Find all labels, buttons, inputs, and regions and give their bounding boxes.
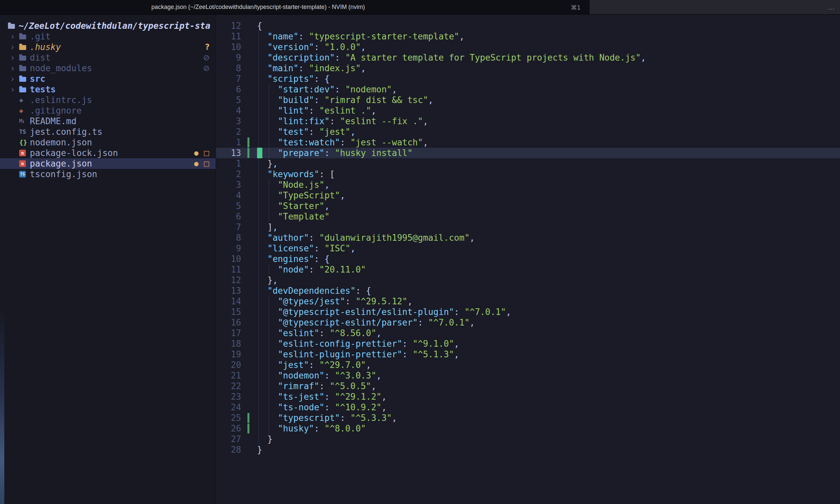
code-line[interactable]: 20 "jest": "^29.7.0", xyxy=(216,360,840,370)
code-line[interactable]: 14 "@types/jest": "^29.5.12", xyxy=(216,296,840,307)
code-line[interactable]: 16 "@typescript-eslint/parser": "^7.0.1"… xyxy=(216,317,840,328)
code-line[interactable]: 17 "eslint": "^8.56.0", xyxy=(216,328,840,338)
code-line[interactable]: 18 "eslint-config-prettier": "^9.1.0", xyxy=(216,338,840,349)
sign-column xyxy=(241,190,257,201)
active-tab[interactable]: package.json (~/ZeeLot/codewithdulan/typ… xyxy=(0,0,589,14)
tree-item-.git[interactable]: ›.git xyxy=(0,31,216,42)
code-line[interactable]: 23 "ts-jest": "^29.1.2", xyxy=(216,391,840,402)
tree-item-package-lock.json[interactable]: npackage-lock.json●□ xyxy=(0,148,216,158)
sign-column xyxy=(241,222,257,232)
tree-item-.gitignore[interactable]: ◆.gitignore xyxy=(0,105,216,116)
sign-column xyxy=(241,317,257,328)
code-line[interactable]: 7 ], xyxy=(216,222,840,232)
code-text: "engines": { xyxy=(257,254,840,264)
code-line[interactable]: 19 "eslint-plugin-prettier": "^5.1.3", xyxy=(216,349,840,360)
chevron-right-icon[interactable]: › xyxy=(10,52,19,63)
tree-item-.husky[interactable]: ›.husky? xyxy=(0,42,216,52)
code-text: "author": "dulanwirajith1995@gmail.com", xyxy=(257,232,840,243)
sign-column xyxy=(241,84,257,95)
code-line[interactable]: 28} xyxy=(216,444,840,455)
tree-item-label: package.json xyxy=(30,158,92,169)
inactive-tab[interactable]: … xyxy=(589,0,840,14)
code-line[interactable]: 11 "node": "20.11.0" xyxy=(216,264,840,275)
code-line[interactable]: 3 "Node.js", xyxy=(216,179,840,190)
chevron-right-icon[interactable]: › xyxy=(10,63,19,73)
code-line[interactable]: 5 "Starter", xyxy=(216,201,840,211)
line-number: 1 xyxy=(216,158,241,169)
code-line[interactable]: 25 "typescript": "^5.3.3", xyxy=(216,413,840,423)
code-line[interactable]: 10 "version": "1.0.0", xyxy=(216,42,840,52)
sign-column xyxy=(241,285,257,296)
code-line[interactable]: 8 "main": "index.js", xyxy=(216,63,840,73)
code-text: } xyxy=(257,434,840,444)
tree-item-.eslintrc.js[interactable]: ◆.eslintrc.js xyxy=(0,95,216,105)
code-line[interactable]: 27 } xyxy=(216,434,840,444)
tree-item-label: tsconfig.json xyxy=(30,169,97,179)
sign-column xyxy=(241,423,257,434)
line-number: 20 xyxy=(216,360,241,370)
line-number: 5 xyxy=(216,95,241,105)
code-line[interactable]: 6 "start:dev": "nodemon", xyxy=(216,84,840,95)
sign-column xyxy=(241,254,257,264)
code-line[interactable]: 15 "@typescript-eslint/eslint-plugin": "… xyxy=(216,307,840,317)
code-text: "Node.js", xyxy=(257,179,840,190)
code-line[interactable]: 9 "description": "A starter template for… xyxy=(216,52,840,63)
tree-item-package.json[interactable]: npackage.json●□ xyxy=(0,158,216,169)
code-text: "node": "20.11.0" xyxy=(257,264,840,275)
code-line[interactable]: 5 "build": "rimraf dist && tsc", xyxy=(216,95,840,105)
line-number: 18 xyxy=(216,338,241,349)
code-text: "devDependencies": { xyxy=(257,285,840,296)
code-text: "Template" xyxy=(257,211,840,222)
code-line[interactable]: 2 "keywords": [ xyxy=(216,169,840,179)
tree-item-nodemon.json[interactable]: {}nodemon.json xyxy=(0,137,216,148)
chevron-right-icon[interactable]: › xyxy=(10,31,19,42)
line-number: 5 xyxy=(216,201,241,211)
chevron-right-icon[interactable]: › xyxy=(10,84,19,95)
code-line[interactable]: 9 "license": "ISC", xyxy=(216,243,840,254)
code-line[interactable]: 21 "nodemon": "^3.0.3", xyxy=(216,370,840,381)
code-line[interactable]: 22 "rimraf": "^5.0.5", xyxy=(216,381,840,391)
code-area: 12{11 "name": "typescript-starter-templa… xyxy=(216,20,840,455)
tree-item-tsconfig.json[interactable]: TStsconfig.json xyxy=(0,169,216,179)
git-ignored-icon: ⊘ xyxy=(203,52,210,63)
code-line[interactable]: 8 "author": "dulanwirajith1995@gmail.com… xyxy=(216,232,840,243)
tree-item-label: .git xyxy=(30,31,51,42)
code-line[interactable]: 13 "devDependencies": { xyxy=(216,285,840,296)
code-text: "rimraf": "^5.0.5", xyxy=(257,381,840,391)
tree-item-jest.config.ts[interactable]: TSjest.config.ts xyxy=(0,126,216,137)
code-text: }, xyxy=(257,158,840,169)
sign-column xyxy=(241,211,257,222)
code-line[interactable]: 7 "scripts": { xyxy=(216,73,840,84)
code-line[interactable]: 3 "lint:fix": "eslint --fix .", xyxy=(216,116,840,126)
sign-column xyxy=(241,264,257,275)
code-line[interactable]: 12{ xyxy=(216,20,840,31)
sign-column xyxy=(241,95,257,105)
chevron-right-icon[interactable]: › xyxy=(10,73,19,84)
git-add-sign xyxy=(247,424,249,433)
chevron-right-icon[interactable]: › xyxy=(10,42,19,52)
code-line[interactable]: 2 "test": "jest", xyxy=(216,126,840,137)
line-number: 15 xyxy=(216,307,241,317)
code-line[interactable]: 11 "name": "typescript-starter-template"… xyxy=(216,31,840,42)
tree-root[interactable]: ~/ZeeLot/codewithdulan/typescript-sta xyxy=(0,20,216,31)
code-line[interactable]: 12 }, xyxy=(216,275,840,285)
code-line[interactable]: 4 "lint": "eslint .", xyxy=(216,105,840,116)
code-line[interactable]: 10 "engines": { xyxy=(216,254,840,264)
terminal-window: package.json (~/ZeeLot/codewithdulan/typ… xyxy=(0,0,840,504)
code-line[interactable]: 6 "Template" xyxy=(216,211,840,222)
line-number: 25 xyxy=(216,413,241,423)
code-line[interactable]: 1 "test:watch": "jest --watch", xyxy=(216,137,840,148)
code-line[interactable]: 13 "prepare": "husky install" xyxy=(216,148,840,158)
code-line[interactable]: 4 "TypeScript", xyxy=(216,190,840,201)
sign-column xyxy=(241,232,257,243)
tree-item-dist[interactable]: ›dist⊘ xyxy=(0,52,216,63)
sign-column xyxy=(241,31,257,42)
tree-item-README.md[interactable]: M↓README.md xyxy=(0,116,216,126)
tree-item-src[interactable]: ›src xyxy=(0,73,216,84)
tree-item-node_modules[interactable]: ›node_modules⊘ xyxy=(0,63,216,73)
code-line[interactable]: 26 "husky": "^8.0.0" xyxy=(216,423,840,434)
code-line[interactable]: 24 "ts-node": "^10.9.2", xyxy=(216,402,840,413)
tree-item-tests[interactable]: ›tests xyxy=(0,84,216,95)
sign-column xyxy=(241,137,257,148)
code-line[interactable]: 1 }, xyxy=(216,158,840,169)
